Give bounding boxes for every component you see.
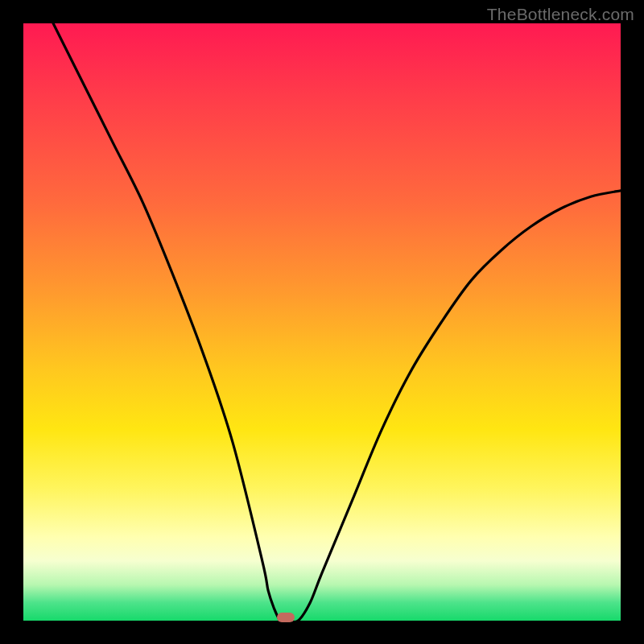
bottleneck-curve: [23, 23, 621, 621]
plot-area: [23, 23, 621, 621]
trough-marker: [277, 613, 295, 622]
watermark-text: TheBottleneck.com: [487, 5, 634, 24]
chart-frame: TheBottleneck.com: [0, 0, 644, 644]
